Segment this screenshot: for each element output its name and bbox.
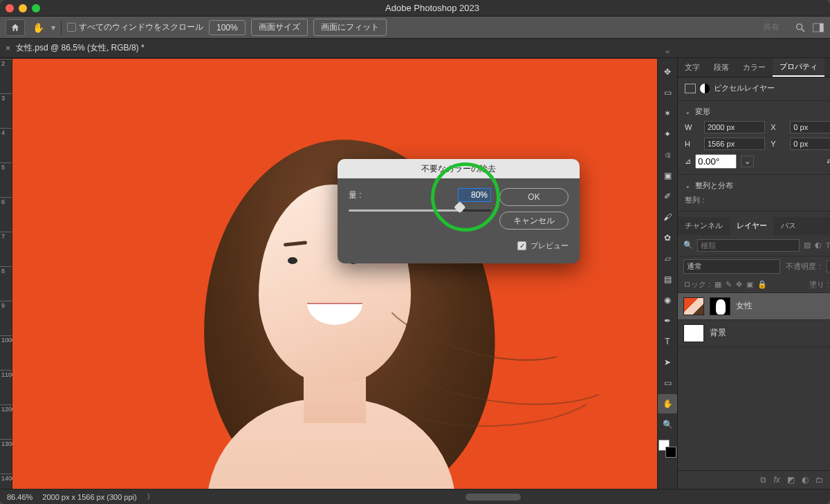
canvas[interactable]: 不要なカラーの除去 量 : 80% bbox=[12, 59, 657, 504]
ok-button[interactable]: OK bbox=[499, 188, 569, 206]
ruler-tick: 1300 bbox=[0, 439, 12, 474]
amount-slider[interactable] bbox=[349, 206, 491, 216]
preview-checkbox[interactable]: ✓ プレビュー bbox=[499, 241, 569, 251]
layer-row-2[interactable]: 👁 背景 fx ⌃ bbox=[678, 320, 830, 347]
clone-tool[interactable]: ✿ bbox=[658, 228, 677, 248]
lock-position-icon[interactable]: ✥ bbox=[736, 280, 742, 289]
filter-type-icon[interactable]: T bbox=[826, 241, 830, 250]
filter-adjust-icon[interactable]: ◐ bbox=[815, 241, 822, 250]
type-tool[interactable]: T bbox=[658, 332, 677, 351]
lock-brush-icon[interactable]: ✎ bbox=[726, 280, 732, 289]
tab-color[interactable]: カラー bbox=[736, 58, 773, 77]
crop-tool[interactable]: ⟃ bbox=[658, 145, 677, 165]
minimize-window-icon[interactable] bbox=[19, 4, 27, 12]
ruler-tick: 1100 bbox=[0, 370, 12, 404]
angle-input[interactable] bbox=[695, 154, 737, 169]
layer-name[interactable]: 背景 bbox=[710, 327, 726, 339]
lock-all-icon[interactable]: 🔒 bbox=[757, 280, 767, 289]
ruler-tick: 7 bbox=[0, 232, 12, 266]
cancel-button[interactable]: キャンセル bbox=[499, 212, 569, 230]
gradient-tool[interactable]: ▤ bbox=[658, 270, 677, 289]
layer-mask-thumbnail[interactable] bbox=[710, 297, 730, 315]
y-input[interactable] bbox=[790, 138, 830, 150]
flip-h-icon[interactable]: ⮂ bbox=[827, 157, 830, 165]
layer-mask-icon[interactable]: ◩ bbox=[787, 475, 795, 485]
status-caret-icon[interactable]: 〉 bbox=[147, 492, 154, 502]
tool-preset-caret-icon[interactable]: ▾ bbox=[51, 23, 55, 32]
lock-label: ロック : bbox=[683, 279, 710, 290]
h-scrollbar[interactable] bbox=[465, 494, 521, 501]
hand-tool[interactable]: ✋ bbox=[658, 394, 677, 413]
ruler-tick: 8 bbox=[0, 266, 12, 301]
transform-header[interactable]: ⌄変形 bbox=[685, 106, 830, 117]
right-panel: 文字 段落 カラー プロパティ ≡ ピクセルレイヤー ⌄変形 W X H bbox=[677, 58, 830, 489]
blend-mode-select[interactable]: 通常 bbox=[683, 259, 780, 274]
rect-tool[interactable]: ▭ bbox=[658, 373, 677, 393]
title-bar: Adobe Photoshop 2023 bbox=[0, 0, 830, 17]
eraser-tool[interactable]: ▱ bbox=[658, 249, 677, 268]
wand-tool[interactable]: ✶ bbox=[658, 104, 677, 123]
angle-caret-icon[interactable]: ⌄ bbox=[741, 156, 754, 167]
close-window-icon[interactable] bbox=[6, 4, 14, 12]
marquee-tool[interactable]: ▭ bbox=[658, 83, 677, 102]
fit-window-button[interactable]: 画面にフィット bbox=[313, 19, 387, 36]
eyedropper-tool[interactable]: ✐ bbox=[658, 187, 677, 206]
layer-name[interactable]: 女性 bbox=[736, 300, 753, 312]
status-dimensions[interactable]: 2000 px x 1566 px (300 ppi) bbox=[42, 493, 136, 501]
filter-pixel-icon[interactable]: ▧ bbox=[804, 241, 811, 250]
status-zoom[interactable]: 86.46% bbox=[7, 493, 33, 501]
height-input[interactable] bbox=[704, 138, 765, 150]
share-button[interactable]: 共有 bbox=[754, 19, 788, 36]
close-tab-icon[interactable]: × bbox=[6, 44, 10, 53]
workspace-icon[interactable] bbox=[812, 21, 824, 34]
brush-tool[interactable]: 🖌 bbox=[658, 207, 677, 227]
zoom-100-button[interactable]: 100% bbox=[209, 20, 246, 35]
scroll-all-windows-checkbox[interactable]: すべてのウィンドウをスクロール bbox=[67, 21, 203, 33]
zoom-tool[interactable]: 🔍 bbox=[658, 415, 677, 434]
move-tool[interactable]: ✥ bbox=[658, 62, 677, 82]
tab-path[interactable]: パス bbox=[774, 217, 803, 235]
spot-heal-tool[interactable]: ✦ bbox=[658, 124, 677, 144]
tab-channel[interactable]: チャンネル bbox=[678, 217, 730, 235]
link-layers-icon[interactable]: ⧉ bbox=[760, 475, 766, 485]
home-button[interactable] bbox=[6, 19, 25, 36]
tab-layer[interactable]: レイヤー bbox=[730, 217, 774, 235]
filter-search-icon[interactable]: 🔍 bbox=[683, 241, 693, 250]
layer-fx-icon[interactable]: fx bbox=[773, 475, 780, 485]
layer-filter-input[interactable] bbox=[697, 239, 800, 252]
ruler-tick: 4 bbox=[0, 128, 12, 162]
width-input[interactable] bbox=[704, 121, 765, 133]
blur-tool[interactable]: ◉ bbox=[658, 290, 677, 310]
layer-panel-bottom: ⧉ fx ◩ ◐ 🗀 🗋 🗑 bbox=[678, 470, 830, 489]
maximize-window-icon[interactable] bbox=[32, 4, 40, 12]
layer-thumbnail[interactable] bbox=[683, 297, 704, 315]
amount-input[interactable]: 80% bbox=[458, 188, 491, 202]
tab-paragraph[interactable]: 段落 bbox=[707, 58, 736, 77]
hand-tool-icon[interactable]: ✋ bbox=[30, 22, 46, 33]
adjustment-layer-icon[interactable]: ◐ bbox=[802, 475, 809, 485]
lock-artboard-icon[interactable]: ▣ bbox=[746, 280, 753, 289]
x-input[interactable] bbox=[790, 121, 830, 133]
ruler-tick: 9 bbox=[0, 301, 12, 335]
fit-screen-button[interactable]: 画面サイズ bbox=[251, 19, 308, 36]
opacity-label: 不透明度 : bbox=[786, 261, 820, 272]
opacity-input[interactable]: 100% bbox=[827, 260, 830, 272]
tab-properties[interactable]: プロパティ bbox=[773, 58, 824, 77]
background-swatch[interactable] bbox=[665, 447, 676, 458]
align-header[interactable]: ⌄整列と分布 bbox=[685, 180, 830, 191]
document-tab[interactable]: × 女性.psd @ 86.5% (女性, RGB/8) * bbox=[6, 42, 145, 54]
search-icon[interactable] bbox=[794, 21, 806, 34]
pen-tool[interactable]: ✒ bbox=[658, 311, 677, 330]
fill-label: 塗り : bbox=[809, 279, 829, 290]
group-icon[interactable]: 🗀 bbox=[815, 475, 824, 485]
layer-thumbnail[interactable] bbox=[683, 324, 704, 342]
layer-row-1[interactable]: 👁 女性 bbox=[678, 293, 830, 320]
frame-tool[interactable]: ▣ bbox=[658, 166, 677, 185]
lock-pixels-icon[interactable]: ▦ bbox=[714, 280, 721, 289]
tab-character[interactable]: 文字 bbox=[678, 58, 707, 77]
pixel-layer-icon bbox=[685, 84, 696, 93]
h-label: H bbox=[685, 140, 699, 148]
arrow-tool[interactable]: ➤ bbox=[658, 353, 677, 372]
color-swatches[interactable] bbox=[658, 440, 676, 458]
adjustment-icon bbox=[700, 84, 710, 93]
